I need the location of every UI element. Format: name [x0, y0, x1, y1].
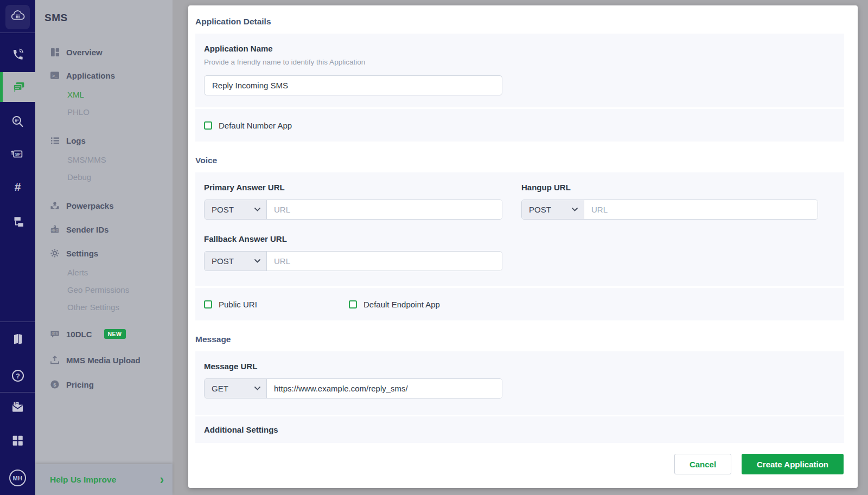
sidebar-item-applications[interactable]: >_ Applications	[35, 67, 173, 84]
sidebar-item-settings[interactable]: Settings	[35, 245, 173, 262]
default-endpoint-app-checkbox-item[interactable]: Default Endpoint App	[349, 300, 440, 309]
sidebar-item-label: Alerts	[67, 268, 88, 277]
sidebar-title: SMS	[44, 12, 173, 24]
default-number-app-checkbox[interactable]	[204, 121, 212, 130]
voice-left-column: Primary Answer URL POST Fallback Answer …	[204, 182, 502, 271]
method-value: GET	[212, 384, 228, 393]
sidebar-item-label: Debug	[67, 172, 91, 182]
cancel-button[interactable]: Cancel	[674, 454, 731, 474]
sidebar-item-pricing[interactable]: $ Pricing	[35, 376, 173, 393]
main-backdrop: Application Details Application Name Pro…	[173, 0, 868, 495]
sidebar-menu: Overview >_ Applications XML PHLO	[35, 43, 173, 393]
voice-checkboxes-row: Public URI Default Endpoint App	[195, 288, 844, 320]
terminal-icon: >_	[50, 70, 60, 80]
help-question-icon[interactable]: ?	[0, 368, 35, 383]
sms-sidebar: SMS Overview >_ Applications XML PHLO	[35, 0, 173, 495]
sidebar-item-label: Applications	[66, 71, 115, 80]
rail-divider	[0, 392, 35, 393]
fallback-answer-url-group: POST	[204, 251, 502, 271]
sidebar-item-sender-ids[interactable]: AB-12 Sender IDs	[35, 221, 173, 238]
hangup-url-group: POST	[521, 200, 818, 220]
sidebar-item-10dlc[interactable]: (123) 10DLC NEW	[35, 325, 173, 343]
primary-answer-url-group: POST	[204, 200, 502, 220]
primary-answer-url-input[interactable]	[267, 200, 502, 219]
sms-message-icon[interactable]	[0, 72, 35, 102]
sidebar-item-label: Overview	[66, 48, 103, 57]
public-uri-checkbox[interactable]	[204, 300, 212, 308]
svg-text:SIP: SIP	[15, 152, 21, 156]
sidebar-item-other-settings[interactable]: Other Settings	[35, 298, 173, 316]
hangup-url-label: Hangup URL	[521, 182, 818, 193]
billing-invoice-icon[interactable]: $=	[0, 400, 35, 415]
message-url-label: Message URL	[204, 361, 835, 372]
default-number-app-label: Default Number App	[219, 121, 292, 130]
cloud-logo-icon	[10, 9, 25, 25]
fallback-answer-url-label: Fallback Answer URL	[204, 234, 502, 245]
sidebar-item-label: Pricing	[66, 380, 94, 389]
help-us-improve[interactable]: Help Us Improve ›	[35, 464, 173, 495]
sidebar-item-overview[interactable]: Overview	[35, 43, 173, 61]
message-method-select[interactable]: GET	[205, 379, 267, 398]
fallback-answer-url-input[interactable]	[267, 252, 502, 271]
hangup-method-select[interactable]: POST	[522, 200, 584, 219]
additional-settings-row[interactable]: Additional Settings	[195, 416, 844, 443]
application-name-input[interactable]	[204, 75, 502, 95]
cloud-logo-tile[interactable]	[5, 5, 30, 29]
sidebar-item-label: 10DLC	[66, 330, 92, 339]
rail-divider	[0, 322, 35, 322]
section-heading-message: Message	[195, 335, 844, 344]
docs-book-icon[interactable]	[0, 332, 35, 346]
sidebar-item-mms-media-upload[interactable]: MMS Media Upload	[35, 351, 173, 369]
public-uri-checkbox-item[interactable]: Public URI	[204, 300, 349, 309]
sip-trunk-icon[interactable]: SIP	[0, 147, 35, 162]
create-application-button[interactable]: Create Application	[742, 454, 844, 474]
overview-grid-icon	[50, 47, 60, 57]
sidebar-item-sms-mms[interactable]: SMS/MMS	[35, 151, 173, 168]
primary-answer-method-select[interactable]: POST	[205, 200, 267, 219]
sidebar-item-alerts[interactable]: Alerts	[35, 263, 173, 281]
sidebar-item-debug[interactable]: Debug	[35, 168, 173, 185]
phlo-sitemap-icon[interactable]	[0, 215, 35, 229]
sidebar-item-xml[interactable]: XML	[35, 86, 173, 103]
sidebar-item-label: Sender IDs	[66, 225, 108, 234]
method-value: POST	[212, 205, 234, 214]
sidebar-item-label: Settings	[66, 249, 98, 258]
shortcode-hash-icon[interactable]: #	[0, 181, 35, 194]
list-icon	[50, 136, 60, 145]
voice-urls-row: Primary Answer URL POST Fallback Answer …	[195, 172, 844, 286]
sidebar-item-label: SMS/MMS	[67, 155, 106, 164]
section-heading-voice: Voice	[195, 156, 844, 165]
sidebar-item-label: XML	[67, 90, 84, 99]
user-avatar[interactable]: MH	[9, 470, 26, 486]
chevron-down-icon	[254, 387, 260, 390]
default-number-app-checkbox-item[interactable]: Default Number App	[204, 121, 292, 130]
sidebar-item-powerpacks[interactable]: Powerpacks	[35, 197, 173, 214]
additional-settings-label: Additional Settings	[204, 425, 278, 434]
sidebar-item-phlo[interactable]: PHLO	[35, 103, 173, 120]
apps-grid-icon[interactable]	[0, 434, 35, 447]
svg-text:(123): (123)	[52, 332, 58, 335]
voice-phone-icon[interactable]	[0, 47, 35, 61]
sidebar-item-logs[interactable]: Logs	[35, 132, 173, 149]
number-search-icon[interactable]	[0, 114, 35, 129]
message-url-input[interactable]	[267, 379, 502, 398]
upload-icon	[50, 355, 60, 365]
powerpack-person-icon	[50, 201, 60, 210]
sidebar-item-geo-permissions[interactable]: Geo Permissions	[35, 281, 173, 298]
method-value: POST	[212, 256, 234, 266]
default-endpoint-app-checkbox[interactable]	[349, 300, 357, 308]
sender-id-badge-icon: AB-12	[50, 224, 60, 234]
sidebar-item-label: Other Settings	[67, 303, 119, 312]
fallback-answer-method-select[interactable]: POST	[205, 252, 267, 271]
message-url-group: GET	[204, 378, 502, 398]
section-heading-application-details: Application Details	[195, 17, 844, 27]
dollar-circle-icon: $	[50, 380, 60, 389]
new-badge: NEW	[104, 329, 126, 339]
method-value: POST	[529, 205, 551, 214]
sidebar-item-label: MMS Media Upload	[66, 356, 141, 365]
hangup-url-input[interactable]	[584, 200, 818, 219]
application-name-row: Application Name Provide a friendly name…	[195, 34, 844, 107]
chevron-down-icon	[254, 259, 260, 263]
rail-divider	[0, 33, 35, 33]
sidebar-item-label: Logs	[66, 136, 86, 145]
